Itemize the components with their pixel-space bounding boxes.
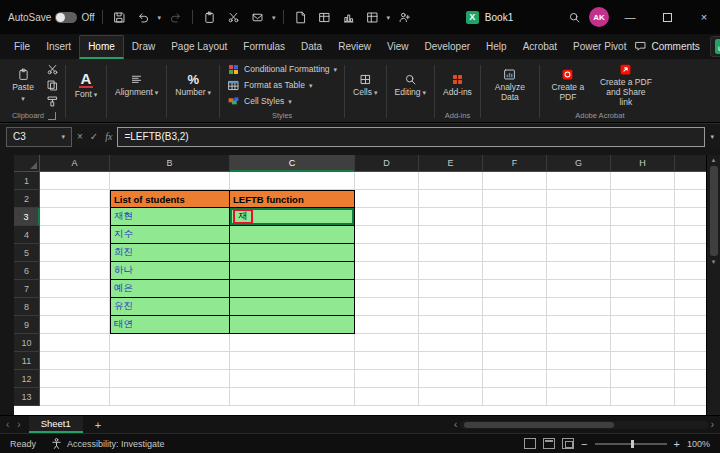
- addins-button[interactable]: Add-ins: [438, 61, 477, 109]
- close-button[interactable]: ×: [688, 0, 720, 34]
- cell-styles-dropdown-icon[interactable]: ▾: [288, 98, 292, 105]
- cell-H6[interactable]: [611, 262, 675, 280]
- cell-A8[interactable]: [40, 298, 110, 316]
- create-pdf-button[interactable]: Create a PDF: [543, 61, 593, 109]
- cell-D11[interactable]: [355, 352, 419, 370]
- sheet-nav-left-icon[interactable]: ‹: [6, 419, 9, 430]
- envelope-icon[interactable]: [248, 6, 267, 28]
- sheet-tab-sheet1[interactable]: Sheet1: [29, 416, 83, 433]
- alignment-button[interactable]: Alignment▾: [110, 61, 163, 109]
- conditional-formatting-button[interactable]: Conditional Formatting ▾: [223, 62, 341, 77]
- font-button[interactable]: A Font▾: [69, 61, 103, 109]
- tab-review[interactable]: Review: [330, 36, 379, 57]
- undo-icon[interactable]: [134, 6, 153, 28]
- cell-G11[interactable]: [547, 352, 611, 370]
- cell-G5[interactable]: [547, 244, 611, 262]
- tab-data[interactable]: Data: [293, 36, 330, 57]
- cell-H8[interactable]: [611, 298, 675, 316]
- cell-B3[interactable]: 재현: [110, 208, 230, 226]
- clipboard-icon[interactable]: [200, 6, 219, 28]
- save-icon[interactable]: [110, 6, 129, 28]
- cell-D8[interactable]: [355, 298, 419, 316]
- analyze-data-button[interactable]: Analyze Data: [484, 61, 536, 109]
- cell-C10[interactable]: [230, 334, 355, 352]
- vertical-scroll-thumb[interactable]: [710, 166, 718, 256]
- cell-G6[interactable]: [547, 262, 611, 280]
- cell-F1[interactable]: [483, 172, 547, 190]
- cell-D6[interactable]: [355, 262, 419, 280]
- tab-insert[interactable]: Insert: [38, 36, 79, 57]
- cell-H2[interactable]: [611, 190, 675, 208]
- cell-E2[interactable]: [419, 190, 483, 208]
- cell-B2[interactable]: List of students: [110, 190, 230, 208]
- cell-C5[interactable]: [230, 244, 355, 262]
- cell-B10[interactable]: [110, 334, 230, 352]
- cell-F4[interactable]: [483, 226, 547, 244]
- dialog-launcher-icon[interactable]: [48, 112, 56, 120]
- cell-A4[interactable]: [40, 226, 110, 244]
- horizontal-scroll-thumb[interactable]: [464, 422, 614, 428]
- cell-G2[interactable]: [547, 190, 611, 208]
- tab-page-layout[interactable]: Page Layout: [163, 36, 235, 57]
- zoom-in-button[interactable]: +: [674, 438, 680, 450]
- cell-F5[interactable]: [483, 244, 547, 262]
- scissors-icon[interactable]: [224, 6, 243, 28]
- cell-B12[interactable]: [110, 370, 230, 388]
- autosave-toggle[interactable]: AutoSave Off: [8, 12, 95, 23]
- cell-C13[interactable]: [230, 388, 355, 406]
- cell-H5[interactable]: [611, 244, 675, 262]
- cell-F3[interactable]: [483, 208, 547, 226]
- cell-H7[interactable]: [611, 280, 675, 298]
- cell-F8[interactable]: [483, 298, 547, 316]
- enter-icon[interactable]: ✓: [90, 131, 98, 142]
- paste-button[interactable]: Paste ▾: [6, 61, 40, 109]
- scroll-up-icon[interactable]: ▴: [712, 156, 716, 164]
- cell-H12[interactable]: [611, 370, 675, 388]
- cell-G9[interactable]: [547, 316, 611, 334]
- column-header-E[interactable]: E: [419, 155, 483, 172]
- row-header-10[interactable]: 10: [14, 334, 40, 352]
- cell-D9[interactable]: [355, 316, 419, 334]
- cell-A11[interactable]: [40, 352, 110, 370]
- cell-A2[interactable]: [40, 190, 110, 208]
- cell-G3[interactable]: [547, 208, 611, 226]
- row-header-12[interactable]: 12: [14, 370, 40, 388]
- cell-A12[interactable]: [40, 370, 110, 388]
- column-header-H[interactable]: H: [611, 155, 675, 172]
- tab-help[interactable]: Help: [478, 36, 515, 57]
- cell-G10[interactable]: [547, 334, 611, 352]
- cells-dropdown-icon[interactable]: ▾: [374, 89, 378, 96]
- cell-H4[interactable]: [611, 226, 675, 244]
- format-as-table-dropdown-icon[interactable]: ▾: [309, 82, 313, 89]
- cell-E3[interactable]: [419, 208, 483, 226]
- copy-button[interactable]: [42, 78, 62, 92]
- column-header-G[interactable]: G: [547, 155, 611, 172]
- cell-E10[interactable]: [419, 334, 483, 352]
- tab-view[interactable]: View: [379, 36, 417, 57]
- new-document-icon[interactable]: [291, 6, 310, 28]
- cell-E12[interactable]: [419, 370, 483, 388]
- tab-power-pivot[interactable]: Power Pivot: [565, 36, 634, 57]
- cell-E8[interactable]: [419, 298, 483, 316]
- share-button[interactable]: ▾: [710, 36, 720, 57]
- cell-B13[interactable]: [110, 388, 230, 406]
- cell-H9[interactable]: [611, 316, 675, 334]
- editing-dropdown-icon[interactable]: ▾: [423, 89, 427, 96]
- zoom-slider[interactable]: [595, 443, 667, 445]
- cell-C7[interactable]: [230, 280, 355, 298]
- paste-dropdown-icon[interactable]: ▾: [21, 95, 25, 102]
- cell-D1[interactable]: [355, 172, 419, 190]
- comments-button[interactable]: Comments: [634, 40, 699, 53]
- row-header-8[interactable]: 8: [14, 298, 40, 316]
- pivot-table-icon[interactable]: [363, 6, 382, 28]
- cell-C11[interactable]: [230, 352, 355, 370]
- cell-E11[interactable]: [419, 352, 483, 370]
- cell-A3[interactable]: [40, 208, 110, 226]
- cell-C2[interactable]: LEFTB function: [230, 190, 355, 208]
- cell-E5[interactable]: [419, 244, 483, 262]
- font-dropdown-icon[interactable]: ▾: [94, 91, 98, 98]
- cell-G4[interactable]: [547, 226, 611, 244]
- insert-function-icon[interactable]: fx: [105, 131, 112, 142]
- undo-dropdown-icon[interactable]: ▾: [158, 14, 162, 21]
- minimize-button[interactable]: —: [614, 0, 646, 34]
